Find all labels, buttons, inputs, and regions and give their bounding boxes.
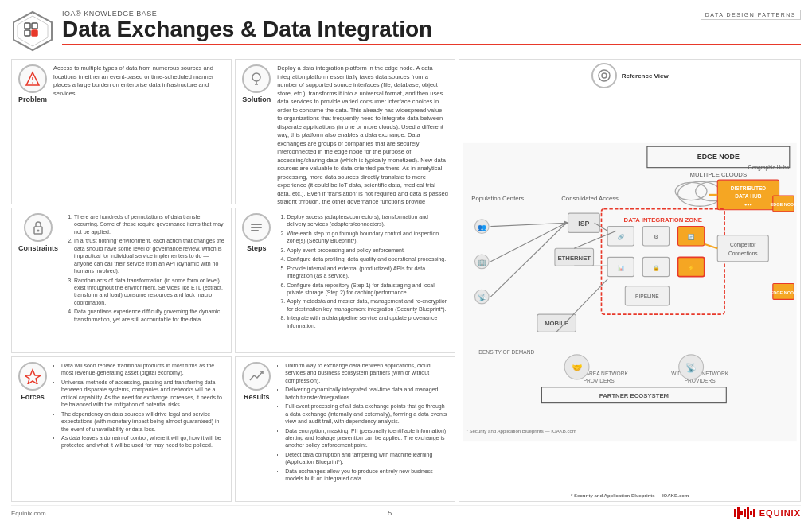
svg-rect-86 — [251, 227, 262, 228]
svg-text:Connections: Connections — [728, 251, 758, 256]
result-item: Full event processing of all data exchan… — [285, 402, 448, 425]
svg-text:🤝: 🤝 — [572, 362, 583, 373]
svg-rect-5 — [32, 30, 37, 36]
forces-text: Data will soon replace traditional produ… — [53, 362, 224, 449]
steps-icon-block: Steps — [242, 213, 271, 252]
svg-rect-3 — [32, 23, 37, 29]
footer: Equinix.com 5 EQUINIX — [11, 505, 801, 519]
svg-text:DATA HUB: DATA HUB — [736, 193, 763, 199]
force-item: Data will soon replace traditional produ… — [61, 362, 224, 377]
header-title: Data Exchanges & Data Integration — [62, 18, 801, 42]
equinix-bars-icon — [734, 508, 756, 519]
results-body: Uniform way to exchange data between app… — [277, 362, 448, 484]
reference-diagram: EDGE NODE MULTIPLE CLOUDS DISTRIBUTED DA… — [463, 91, 797, 493]
result-item: Detect data corruption and tampering wit… — [285, 451, 448, 466]
header: DATA DESIGN PATTERNS IOA® Knowledge Base… — [11, 10, 801, 52]
results-icon — [242, 362, 271, 391]
solution-label: Solution — [242, 95, 271, 103]
forces-label: Forces — [21, 393, 45, 401]
force-item: The dependency on data sources will driv… — [61, 410, 224, 433]
svg-text:📊: 📊 — [618, 264, 625, 271]
results-label: Results — [244, 393, 270, 401]
results-card: Results Uniform way to exchange data bet… — [235, 356, 455, 502]
step-item: Apply metadata and master data, manageme… — [287, 298, 448, 313]
svg-text:PARTNER ECOSYSTEM: PARTNER ECOSYSTEM — [599, 392, 669, 399]
constraints-label: Constraints — [18, 244, 58, 252]
svg-text:Competitor: Competitor — [730, 242, 756, 248]
svg-text:⚡: ⚡ — [688, 264, 695, 271]
step-item: Integrate with a data pipeline service a… — [287, 314, 448, 329]
constraints-text: There are hundreds of permutations of da… — [64, 213, 224, 323]
steps-icon — [242, 213, 271, 242]
solution-icon-block: Solution — [242, 64, 271, 103]
problem-label: Problem — [18, 95, 47, 103]
svg-marker-88 — [25, 370, 41, 384]
solution-card: Solution Deploy a data integration platf… — [235, 59, 455, 204]
reference-labels: Reference View — [622, 72, 669, 80]
problem-icon-label: Problem Access to multiple types of data… — [18, 64, 224, 103]
reference-footnote: * Security and Application Blueprints — … — [571, 493, 689, 498]
svg-text:MULTIPLE CLOUDS: MULTIPLE CLOUDS — [690, 171, 747, 178]
solution-icon — [242, 64, 271, 93]
svg-text:⚙: ⚙ — [654, 234, 658, 239]
forces-card: Forces Data will soon replace traditiona… — [11, 356, 232, 502]
svg-text:Geographic Hubs: Geographic Hubs — [748, 165, 790, 171]
svg-text:Population Centers: Population Centers — [472, 195, 525, 202]
svg-text:PROVIDERS: PROVIDERS — [584, 378, 615, 383]
footer-right: EQUINIX — [734, 508, 801, 519]
svg-rect-93 — [747, 508, 749, 519]
forces-icon — [18, 362, 47, 391]
solution-body: Deploy a data integration platform in th… — [277, 64, 448, 204]
constraint-item: In a 'trust nothing' environment, each a… — [74, 237, 224, 274]
reference-label: Reference View — [622, 72, 669, 80]
svg-point-8 — [32, 82, 33, 84]
svg-point-84 — [37, 230, 40, 232]
solution-icon-label: Solution Deploy a data integration platf… — [242, 64, 448, 204]
steps-card: Steps Deploy access (adapters/connectors… — [235, 208, 455, 353]
step-item: Provide internal and external (productiz… — [287, 265, 448, 280]
constraints-icon-label: Constraints There are hundreds of permut… — [18, 213, 224, 325]
constraints-body: There are hundreds of permutations of da… — [64, 213, 224, 325]
result-item: Delivering dynamically integrated real-t… — [285, 386, 448, 401]
logo-hex — [11, 10, 54, 52]
svg-text:Consolidated Access: Consolidated Access — [562, 195, 619, 202]
steps-text: Deploy access (adapters/connectors), tra… — [277, 213, 448, 329]
svg-rect-2 — [25, 23, 30, 29]
constraints-card: Constraints There are hundreds of permut… — [11, 208, 232, 353]
solution-text: Deploy a data integration platform in th… — [277, 64, 448, 204]
svg-text:🔄: 🔄 — [688, 233, 695, 240]
header-line — [62, 44, 801, 45]
svg-text:🏢: 🏢 — [478, 258, 487, 267]
results-text: Uniform way to exchange data between app… — [277, 362, 448, 483]
result-item: Uniform way to exchange data between app… — [285, 362, 448, 384]
force-item: As data leaves a domain of control, wher… — [61, 434, 224, 449]
results-icon-label: Results Uniform way to exchange data bet… — [242, 362, 448, 484]
page: DATA DESIGN PATTERNS IOA® Knowledge Base… — [0, 0, 812, 525]
step-item: Configure data profiling, data quality a… — [287, 255, 448, 262]
problem-text: Access to multiple types of data from nu… — [53, 64, 224, 98]
svg-text:PIPELINE: PIPELINE — [635, 294, 659, 299]
svg-text:👥: 👥 — [478, 223, 487, 232]
step-item: Configure data repository (Step 1) for d… — [287, 282, 448, 297]
svg-text:ISP: ISP — [579, 220, 590, 228]
svg-point-9 — [252, 73, 260, 81]
problem-card: Problem Access to multiple types of data… — [11, 59, 232, 204]
footnote-text: * Security and Application Blueprints — … — [467, 429, 576, 434]
constraint-item: There are hundreds of permutations of da… — [74, 213, 224, 235]
svg-rect-95 — [753, 509, 755, 517]
equinix-logo: EQUINIX — [759, 508, 801, 518]
forces-icon-label: Forces Data will soon replace traditiona… — [18, 362, 224, 451]
svg-text:📡: 📡 — [685, 362, 697, 373]
steps-body: Deploy access (adapters/connectors), tra… — [277, 213, 448, 331]
step-item: Wire each step to go through boundary co… — [287, 230, 448, 245]
problem-icon — [18, 64, 47, 93]
diagram-wrapper: EDGE NODE MULTIPLE CLOUDS DISTRIBUTED DA… — [463, 91, 797, 493]
steps-label: Steps — [247, 244, 267, 252]
reference-card: Reference View EDGE NODE MULTIPLE CLOUDS — [459, 59, 801, 502]
content-area: Problem Access to multiple types of data… — [11, 59, 801, 502]
step-item: Deploy access (adapters/connectors), tra… — [287, 213, 448, 228]
svg-text:EDGE NODE: EDGE NODE — [697, 153, 740, 161]
svg-rect-85 — [251, 224, 262, 225]
svg-rect-91 — [740, 511, 743, 515]
svg-rect-87 — [251, 230, 259, 231]
